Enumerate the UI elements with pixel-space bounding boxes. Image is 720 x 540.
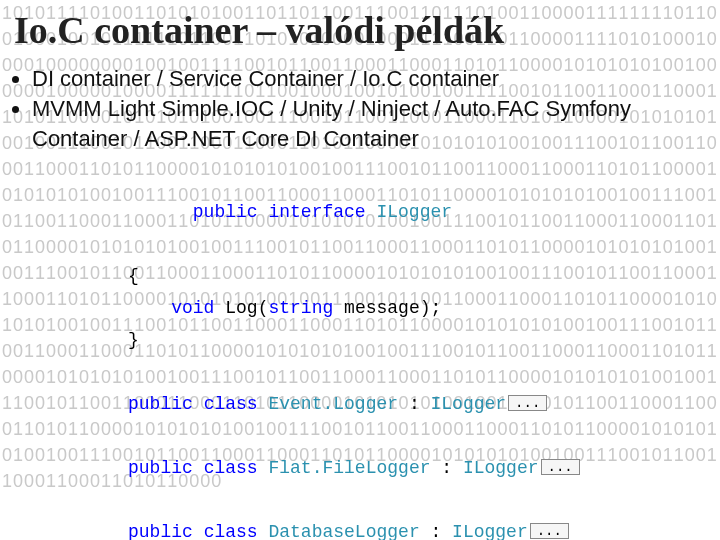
class-decl: public class Flat.FileLogger : ILogger..… — [128, 452, 720, 484]
type-ilogger: ILogger — [430, 394, 506, 414]
paren-close: ) — [420, 298, 431, 318]
code-snippet: public interface ILogger { void Log(stri… — [128, 164, 720, 540]
keyword-public: public — [128, 522, 193, 540]
keyword-interface: interface — [268, 202, 365, 222]
bullet-list: DI container / Service Container / Io.C … — [32, 64, 720, 154]
brace-close: } — [128, 330, 139, 350]
bullet-item: MVMM Light Simple.IOC / Unity / Ninject … — [32, 94, 652, 154]
keyword-class: class — [204, 522, 258, 540]
type-ilogger: ILogger — [376, 202, 452, 222]
type-ilogger: ILogger — [463, 458, 539, 478]
keyword-class: class — [204, 394, 258, 414]
keyword-public: public — [128, 394, 193, 414]
keyword-public: public — [193, 202, 258, 222]
paren-open: ( — [258, 298, 269, 318]
semicolon: ; — [431, 298, 442, 318]
page-title: Io.C container – valódi példák — [0, 0, 720, 56]
colon: : — [420, 522, 452, 540]
param-type: string — [268, 298, 333, 318]
keyword-class: class — [204, 458, 258, 478]
keyword-public: public — [128, 458, 193, 478]
class-decl: public class DatabaseLogger : ILogger... — [128, 516, 720, 540]
param-name: message — [344, 298, 420, 318]
ellipsis-icon: ... — [508, 395, 547, 411]
ellipsis-icon: ... — [541, 459, 580, 475]
colon: : — [398, 394, 430, 414]
keyword-void: void — [171, 298, 214, 318]
class-name: Event.Logger — [268, 394, 398, 414]
class-name: Flat.FileLogger — [268, 458, 430, 478]
type-ilogger: ILogger — [452, 522, 528, 540]
method-name: Log — [225, 298, 257, 318]
class-name: DatabaseLogger — [268, 522, 419, 540]
class-decl: public class Event.Logger : ILogger... — [128, 388, 720, 420]
bullet-item: DI container / Service Container / Io.C … — [32, 64, 652, 94]
slide-content: Io.C container – valódi példák DI contai… — [0, 0, 720, 540]
colon: : — [430, 458, 462, 478]
brace-open: { — [128, 266, 139, 286]
ellipsis-icon: ... — [530, 523, 569, 539]
